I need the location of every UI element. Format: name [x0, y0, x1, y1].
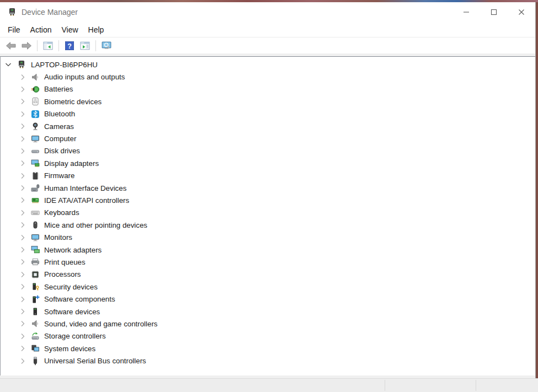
chevron-right-icon[interactable] [18, 357, 27, 366]
scan-hardware-changes-button[interactable] [100, 39, 113, 52]
chevron-right-icon[interactable] [18, 295, 27, 304]
chevron-right-icon[interactable] [18, 257, 27, 266]
chevron-right-icon[interactable] [18, 270, 27, 279]
software-device-icon [31, 307, 40, 316]
window-controls [452, 2, 535, 22]
chevron-right-icon[interactable] [18, 147, 27, 155]
action-pane-toggle-icon [79, 40, 90, 51]
hid-icon [31, 184, 40, 192]
tree-item-label: Biometric devices [44, 98, 102, 106]
chevron-right-icon[interactable] [18, 344, 27, 353]
chevron-right-icon[interactable] [18, 307, 27, 316]
tree-item[interactable]: Universal Serial Bus controllers [1, 355, 535, 367]
chevron-down-icon[interactable] [4, 60, 13, 69]
tree-root-item[interactable]: LAPTOP-BI6PP6HU [1, 58, 535, 71]
tree-item-label: Audio inputs and outputs [44, 73, 125, 81]
chevron-right-icon[interactable] [18, 332, 27, 341]
chevron-right-icon[interactable] [18, 73, 27, 82]
tree-item-label: Storage controllers [44, 332, 106, 340]
tree-item[interactable]: Mice and other pointing devices [1, 219, 535, 231]
ide-controller-icon [31, 196, 40, 205]
mouse-icon [31, 221, 40, 229]
window-title: Device Manager [22, 8, 78, 17]
chevron-right-icon[interactable] [18, 97, 27, 106]
tree-item[interactable]: Processors [1, 269, 535, 281]
back-button[interactable] [4, 39, 18, 52]
tree-item[interactable]: Sound, video and game controllers [1, 318, 535, 330]
tree-item[interactable]: Storage controllers [1, 330, 535, 342]
firmware-chip-icon [31, 171, 40, 180]
show-console-tree-button[interactable] [41, 39, 55, 52]
chevron-right-icon[interactable] [18, 282, 27, 291]
tree-item-label: Software devices [44, 308, 100, 316]
tree-item[interactable]: Batteries [1, 83, 535, 95]
tree-item[interactable]: Software components [1, 293, 535, 305]
fingerprint-icon [31, 97, 40, 106]
toolbar-separator [37, 40, 38, 51]
tree-item[interactable]: Biometric devices [1, 95, 535, 108]
menu-file[interactable]: File [3, 23, 25, 36]
tree-item[interactable]: Print queues [1, 256, 535, 268]
menu-bar: File Action View Help [0, 22, 535, 37]
tree-item-label: Bluetooth [44, 110, 75, 118]
taskbar[interactable] [0, 378, 538, 392]
show-action-pane-button[interactable] [78, 39, 92, 52]
menu-help[interactable]: Help [83, 23, 109, 36]
monitor-icon [31, 135, 40, 143]
minimize-button[interactable] [452, 2, 480, 22]
taskbar-divider [476, 380, 476, 391]
keyboard-icon [31, 208, 40, 217]
tree-item[interactable]: Audio inputs and outputs [1, 71, 535, 83]
tree-item[interactable]: Firmware [1, 170, 535, 182]
chevron-right-icon[interactable] [18, 135, 27, 143]
menu-view[interactable]: View [56, 23, 83, 36]
tree-item[interactable]: Bluetooth [1, 108, 535, 120]
forward-button[interactable] [20, 39, 33, 52]
tree-item[interactable]: Monitors [1, 231, 535, 243]
usb-icon [31, 357, 40, 366]
tree-item[interactable]: Security devices [1, 281, 535, 293]
chevron-right-icon[interactable] [18, 85, 27, 94]
speaker-icon [31, 73, 40, 82]
security-device-icon [31, 282, 40, 291]
chevron-right-icon[interactable] [18, 184, 27, 192]
chevron-right-icon[interactable] [18, 122, 27, 131]
taskbar-divider [385, 380, 385, 391]
tree-item-label: Processors [44, 270, 81, 278]
processor-icon [31, 270, 40, 279]
printer-icon [31, 257, 40, 266]
tree-item-label: System devices [44, 345, 95, 353]
help-button[interactable]: ? [63, 39, 76, 52]
tree-item[interactable]: Computer [1, 132, 535, 144]
display-adapter-icon [31, 159, 40, 168]
chevron-right-icon[interactable] [18, 208, 27, 217]
menu-action[interactable]: Action [25, 23, 57, 36]
tree-item[interactable]: Disk drives [1, 145, 535, 157]
close-button[interactable] [508, 2, 535, 22]
chevron-right-icon[interactable] [18, 319, 27, 328]
chevron-right-icon[interactable] [18, 196, 27, 205]
maximize-button[interactable] [480, 2, 508, 22]
tree-item[interactable]: Display adapters [1, 157, 535, 169]
chevron-right-icon[interactable] [18, 159, 27, 168]
tree-item[interactable]: Keyboards [1, 207, 535, 219]
system-device-icon [31, 344, 40, 353]
tree-item[interactable]: Cameras [1, 120, 535, 132]
chevron-right-icon[interactable] [18, 245, 27, 254]
tree-item[interactable]: Human Interface Devices [1, 182, 535, 194]
tree-item-label: Security devices [44, 283, 98, 291]
tree-item-label: Human Interface Devices [44, 184, 126, 192]
chevron-right-icon[interactable] [18, 221, 27, 229]
titlebar: Device Manager [0, 2, 535, 22]
chevron-right-icon[interactable] [18, 171, 27, 180]
tree-item[interactable]: Software devices [1, 305, 535, 318]
toolbar-separator [58, 40, 59, 51]
chevron-right-icon[interactable] [18, 233, 27, 242]
chevron-right-icon[interactable] [18, 110, 27, 119]
tree-item[interactable]: System devices [1, 342, 535, 355]
tree-item-label: LAPTOP-BI6PP6HU [31, 61, 98, 69]
tree-item[interactable]: Network adapters [1, 244, 535, 256]
tree-item[interactable]: IDE ATA/ATAPI controllers [1, 194, 535, 206]
tree-item-label: Keyboards [44, 208, 79, 217]
svg-text:?: ? [67, 42, 72, 50]
